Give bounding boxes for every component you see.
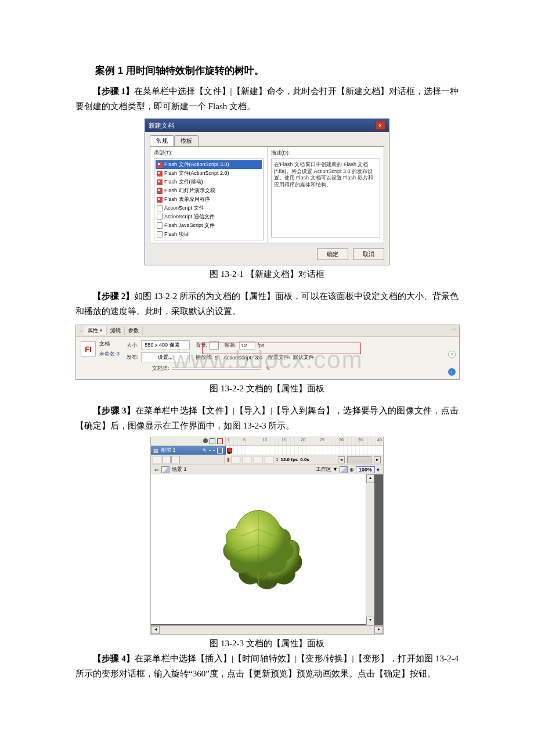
- scroll-left-icon[interactable]: ◂: [338, 456, 345, 463]
- as-file-icon: [157, 214, 163, 220]
- tab-template[interactable]: 模板: [174, 135, 199, 146]
- step1-para: 【步骤 1】在菜单栏中选择【文件】|【新建】命令，此时会打开【新建文档】对话框，…: [75, 84, 459, 114]
- as-file-icon: [157, 205, 163, 211]
- scroll-left-icon[interactable]: ◂: [151, 626, 160, 634]
- window-controls-icon[interactable]: - ×: [451, 326, 457, 332]
- list-item[interactable]: Flash 文件(ActionScript 3.0): [156, 160, 262, 169]
- frame-ruler[interactable]: 1 5 10 15 20 25 30 35 40: [226, 437, 383, 445]
- list-item[interactable]: Flash 文件(移动): [156, 178, 262, 186]
- lock-icon[interactable]: [210, 438, 215, 444]
- desc-text: 在'Flash 文档'窗口中创建新的 Flash 文档(*.fla)。将会设置 …: [273, 160, 379, 190]
- onion-markers-button[interactable]: [265, 456, 273, 463]
- dialog-titlebar: 新建文档 ×: [145, 119, 389, 132]
- timeline-stage-panel: 1 5 10 15 20 25 30 35 40 ▤ 图层 1 ✎ • •: [150, 437, 384, 635]
- scene-icon: [161, 466, 169, 473]
- type-list[interactable]: Flash 文件(ActionScript 3.0) Flash 文件(Acti…: [154, 159, 264, 240]
- pencil-icon: ✎: [203, 448, 207, 453]
- type-column: 类型(T): Flash 文件(ActionScript 3.0) Flash …: [150, 147, 268, 243]
- workarea-label[interactable]: 工作区 ▼: [316, 466, 338, 473]
- dialog-tabrow: 常规 模板: [145, 132, 389, 146]
- type-label: 类型(T):: [154, 149, 264, 157]
- size-button[interactable]: 550 x 400 像素: [141, 340, 190, 350]
- help-icon[interactable]: ?: [448, 351, 456, 358]
- player-label: 播放器:: [196, 354, 213, 361]
- tab-filters[interactable]: 滤镜: [107, 326, 125, 335]
- list-item[interactable]: Flash 表单应用程序: [156, 195, 262, 204]
- pencil-icon[interactable]: ✎: [266, 366, 270, 372]
- step4-para: 【步骤 4】在菜单栏中选择【插入】|【时间轴特效】|【变形/转换】|【变形】，打…: [75, 651, 459, 681]
- info-icon[interactable]: i: [448, 368, 456, 376]
- as-value: 3.0: [255, 355, 263, 361]
- publish-settings-button[interactable]: 设置...: [141, 352, 190, 362]
- frame-track[interactable]: [226, 446, 383, 455]
- ruler-mark: 10: [262, 438, 267, 442]
- tab-general[interactable]: 常规: [150, 135, 174, 146]
- scroll-down-icon[interactable]: ▾: [366, 617, 374, 625]
- vertical-scrollbar[interactable]: ▴ ▾: [366, 474, 374, 625]
- flash-file-icon: [157, 171, 163, 177]
- list-item[interactable]: ActionScript 通信文件: [156, 213, 262, 221]
- scene-name[interactable]: 场景 1: [172, 466, 187, 473]
- list-item[interactable]: ActionScript 文件: [156, 204, 262, 213]
- scroll-right-icon[interactable]: ▸: [374, 456, 381, 463]
- size-label: 大小:: [127, 341, 139, 349]
- new-folder-button[interactable]: [162, 456, 171, 463]
- panel-tabs: ○ 属性 × 滤镜 参数 - ×: [76, 325, 459, 337]
- stage-wrap: ▴ ▾: [151, 474, 383, 625]
- ok-button[interactable]: 确定: [317, 249, 348, 260]
- leaf-image[interactable]: [215, 506, 302, 593]
- scroll-track[interactable]: [347, 456, 371, 463]
- publish-label: 发布:: [127, 354, 139, 361]
- docclass-input[interactable]: [172, 368, 261, 370]
- dot-icon: ○: [80, 328, 82, 333]
- js-file-icon: [157, 222, 163, 229]
- caption-13-2-2: 图 13-2-2 文档的【属性】面板: [75, 383, 459, 394]
- eye-icon[interactable]: [203, 438, 208, 443]
- layer-row[interactable]: ▤ 图层 1 ✎ • •: [151, 446, 383, 455]
- flash-file-icon: [157, 179, 163, 185]
- back-icon[interactable]: ⇦: [154, 467, 159, 473]
- scroll-up-icon[interactable]: ▴: [366, 474, 374, 483]
- desc-column: 描述(D): 在'Flash 文档'窗口中创建新的 Flash 文档(*.fla…: [268, 147, 384, 243]
- docclass-label: 文档类:: [152, 365, 169, 372]
- symbol-selector-icon[interactable]: ⊕: [349, 467, 354, 473]
- outline-icon[interactable]: [217, 438, 223, 444]
- ruler-mark: 5: [243, 438, 246, 442]
- list-item[interactable]: Flash JavaScript 文件: [156, 221, 262, 230]
- list-item[interactable]: Flash 幻灯片演示文稿: [156, 186, 262, 195]
- step3-para: 【步骤 3】在菜单栏中选择【文件】|【导入】|【导入到舞台】，选择要导入的图像文…: [75, 404, 459, 433]
- ruler-mark: 1: [227, 438, 229, 442]
- current-frame: 1: [276, 457, 278, 462]
- fl-icon: Fl: [81, 341, 96, 357]
- case-title: 案例 1 用时间轴特效制作旋转的树叶。: [75, 64, 459, 77]
- keyframe-icon: [228, 452, 230, 454]
- onion-outline-button[interactable]: [243, 456, 251, 463]
- horizontal-scrollbar[interactable]: ◂ ▸: [151, 625, 383, 634]
- zoom-select[interactable]: 100%: [356, 466, 375, 473]
- layer-dot-icon: •: [213, 448, 215, 453]
- layer-dot-icon: •: [209, 448, 211, 453]
- list-item[interactable]: Flash 文件(ActionScript 2.0): [156, 169, 262, 178]
- flash-file-icon: [157, 197, 163, 203]
- tab-params[interactable]: 参数: [125, 326, 143, 335]
- scroll-right-icon[interactable]: ▸: [374, 626, 383, 634]
- close-icon[interactable]: ×: [375, 121, 385, 130]
- scene-selector-icon[interactable]: [340, 466, 348, 473]
- delete-layer-button[interactable]: [171, 456, 180, 463]
- chevron-down-icon[interactable]: ▾: [377, 467, 380, 473]
- elapsed-time: 0.0s: [300, 457, 309, 462]
- flash-file-icon: [157, 188, 163, 194]
- list-item[interactable]: Flash 项目: [156, 230, 262, 239]
- new-layer-button[interactable]: [153, 456, 161, 463]
- edit-multi-button[interactable]: [254, 456, 262, 463]
- cancel-button[interactable]: 取消: [353, 249, 384, 260]
- stage[interactable]: [151, 474, 366, 624]
- proj-file-icon: [157, 231, 163, 237]
- outline-icon: [217, 448, 223, 453]
- tab-properties[interactable]: 属性 ×: [84, 326, 107, 335]
- ruler-mark: 40: [377, 438, 382, 442]
- onion-skin-button[interactable]: [232, 456, 240, 463]
- step3-label: 【步骤 3】: [93, 406, 135, 415]
- doc-name[interactable]: 未命名-3: [99, 350, 120, 358]
- playhead-icon: ▮: [227, 457, 229, 462]
